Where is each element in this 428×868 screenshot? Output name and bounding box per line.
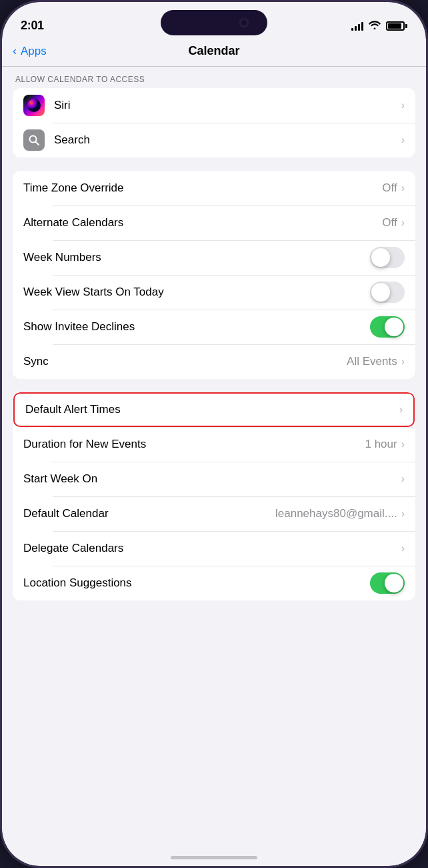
duration-new-events-chevron-icon: ›: [401, 438, 405, 450]
phone-frame: 2:01: [0, 0, 428, 868]
alternate-calendars-value: Off: [382, 216, 397, 230]
notch: [161, 10, 267, 35]
settings-group-calendar: Time Zone Override Off › Alternate Calen…: [13, 171, 415, 379]
scroll-content[interactable]: ALLOW CALENDAR TO ACCESS: [2, 67, 426, 858]
settings-row-week-numbers[interactable]: Week Numbers: [13, 240, 415, 275]
default-calendar-chevron-icon: ›: [401, 508, 405, 520]
search-chevron-icon: ›: [401, 134, 405, 146]
settings-row-default-alert-times[interactable]: Default Alert Times ›: [13, 392, 415, 427]
delegate-calendars-label: Delegate Calendars: [23, 542, 401, 555]
settings-row-sync[interactable]: Sync All Events ›: [13, 344, 415, 379]
settings-row-duration-new-events[interactable]: Duration for New Events 1 hour ›: [13, 427, 415, 462]
battery-icon: [386, 21, 407, 31]
default-calendar-value: leannehays80@gmail....: [275, 507, 397, 520]
default-calendar-label: Default Calendar: [23, 507, 275, 520]
default-alert-times-label: Default Alert Times: [25, 403, 399, 416]
week-view-starts-label: Week View Starts On Today: [23, 286, 370, 299]
location-suggestions-label: Location Suggestions: [23, 576, 370, 590]
status-icons: [351, 20, 407, 31]
timezone-override-value: Off: [382, 181, 397, 195]
search-label: Search: [54, 133, 401, 147]
settings-group-alerts: Default Alert Times › Duration for New E…: [13, 392, 415, 600]
week-view-starts-toggle[interactable]: [370, 282, 405, 303]
default-alert-times-chevron-icon: ›: [399, 404, 403, 416]
show-invitee-declines-toggle[interactable]: [370, 316, 405, 338]
settings-row-search[interactable]: Search ›: [13, 123, 415, 157]
timezone-chevron-icon: ›: [401, 182, 405, 194]
week-numbers-toggle-knob: [371, 248, 390, 267]
nav-header: ‹ Apps Calendar: [2, 39, 426, 66]
settings-row-delegate-calendars[interactable]: Delegate Calendars ›: [13, 531, 415, 566]
sync-value: All Events: [347, 355, 397, 368]
back-chevron-icon: ‹: [13, 44, 17, 58]
week-view-starts-toggle-knob: [371, 283, 390, 302]
settings-row-siri[interactable]: Siri ›: [13, 88, 415, 123]
back-button[interactable]: ‹ Apps: [13, 44, 47, 58]
siri-icon: [23, 95, 45, 116]
camera: [239, 18, 249, 27]
sync-chevron-icon: ›: [401, 356, 405, 368]
sync-label: Sync: [23, 355, 347, 368]
settings-row-week-view-starts[interactable]: Week View Starts On Today: [13, 275, 415, 310]
settings-row-alternate-calendars[interactable]: Alternate Calendars Off ›: [13, 205, 415, 240]
timezone-override-label: Time Zone Override: [23, 181, 382, 195]
show-invitee-declines-toggle-knob: [385, 318, 403, 336]
location-suggestions-toggle-knob: [385, 574, 403, 592]
svg-point-0: [27, 99, 41, 112]
home-indicator: [171, 856, 257, 859]
settings-row-show-invitee-declines[interactable]: Show Invitee Declines: [13, 310, 415, 344]
section-label-allow: ALLOW CALENDAR TO ACCESS: [2, 67, 426, 88]
settings-row-location-suggestions[interactable]: Location Suggestions: [13, 566, 415, 600]
back-label: Apps: [21, 45, 47, 58]
svg-line-2: [36, 142, 39, 145]
location-suggestions-toggle[interactable]: [370, 572, 405, 594]
settings-row-start-week-on[interactable]: Start Week On ›: [13, 462, 415, 496]
page-title: Calendar: [188, 44, 239, 58]
status-time: 2:01: [21, 19, 44, 33]
week-numbers-toggle[interactable]: [370, 247, 405, 268]
wifi-icon: [369, 20, 381, 31]
siri-chevron-icon: ›: [401, 99, 405, 111]
duration-new-events-label: Duration for New Events: [23, 438, 365, 451]
alternate-calendars-chevron-icon: ›: [401, 217, 405, 229]
show-invitee-declines-label: Show Invitee Declines: [23, 320, 370, 334]
settings-row-timezone-override[interactable]: Time Zone Override Off ›: [13, 171, 415, 205]
delegate-calendars-chevron-icon: ›: [401, 542, 405, 554]
settings-row-default-calendar[interactable]: Default Calendar leannehays80@gmail.... …: [13, 496, 415, 531]
siri-label: Siri: [54, 99, 401, 112]
alternate-calendars-label: Alternate Calendars: [23, 216, 382, 230]
start-week-on-label: Start Week On: [23, 472, 401, 486]
phone-screen: 2:01: [2, 2, 426, 866]
search-icon: [23, 129, 45, 151]
signal-icon: [351, 21, 363, 31]
settings-group-allow: Siri › Search ›: [13, 88, 415, 157]
start-week-on-chevron-icon: ›: [401, 473, 405, 485]
week-numbers-label: Week Numbers: [23, 251, 370, 264]
duration-new-events-value: 1 hour: [365, 438, 397, 451]
